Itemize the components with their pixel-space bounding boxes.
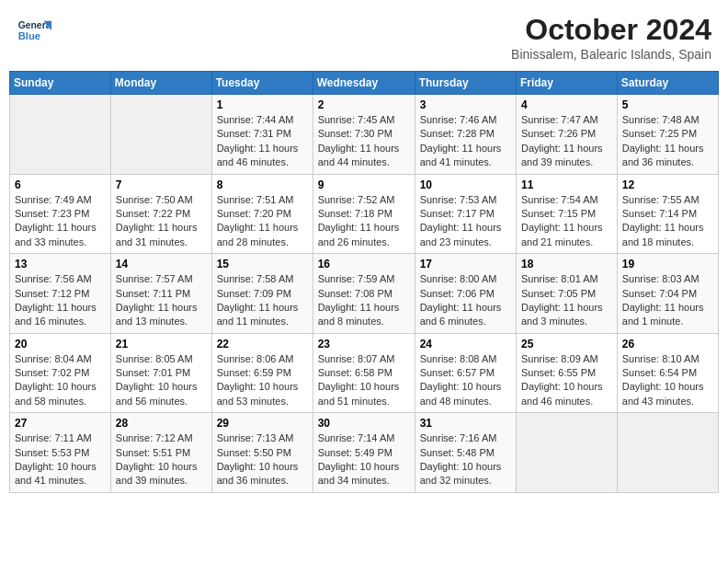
day-details: Sunrise: 7:57 AMSunset: 7:11 PMDaylight:… (116, 272, 207, 329)
day-details: Sunrise: 7:12 AMSunset: 5:51 PMDaylight:… (116, 431, 207, 488)
day-details: Sunrise: 8:06 AMSunset: 6:59 PMDaylight:… (217, 352, 308, 409)
day-details: Sunrise: 8:10 AMSunset: 6:54 PMDaylight:… (622, 352, 713, 409)
day-number: 10 (420, 178, 511, 191)
day-details: Sunrise: 7:54 AMSunset: 7:15 PMDaylight:… (521, 193, 612, 250)
calendar-cell: 1Sunrise: 7:44 AMSunset: 7:31 PMDaylight… (211, 95, 313, 175)
day-details: Sunrise: 7:52 AMSunset: 7:18 PMDaylight:… (318, 193, 410, 250)
calendar-cell: 5Sunrise: 7:48 AMSunset: 7:25 PMDaylight… (617, 95, 718, 175)
day-number: 22 (217, 338, 308, 350)
calendar-cell: 2Sunrise: 7:45 AMSunset: 7:30 PMDaylight… (313, 95, 415, 175)
calendar-cell: 22Sunrise: 8:06 AMSunset: 6:59 PMDayligh… (211, 333, 313, 413)
day-number: 25 (521, 338, 612, 350)
day-number: 1 (217, 98, 308, 111)
day-details: Sunrise: 8:04 AMSunset: 7:02 PMDaylight:… (15, 352, 106, 409)
day-number: 12 (622, 178, 713, 191)
day-details: Sunrise: 7:53 AMSunset: 7:17 PMDaylight:… (420, 193, 511, 250)
calendar-cell: 4Sunrise: 7:47 AMSunset: 7:26 PMDaylight… (516, 95, 617, 175)
day-number: 31 (420, 417, 511, 430)
header-row: SundayMondayTuesdayWednesdayThursdayFrid… (10, 72, 719, 95)
calendar-cell: 28Sunrise: 7:12 AMSunset: 5:51 PMDayligh… (110, 413, 211, 493)
day-number: 15 (217, 258, 308, 270)
day-number: 24 (420, 338, 511, 350)
title-block: October 2024 Binissalem, Balearic Island… (511, 13, 711, 62)
day-number: 13 (15, 258, 106, 270)
month-title: October 2024 (511, 13, 711, 47)
day-details: Sunrise: 7:50 AMSunset: 7:22 PMDaylight:… (116, 193, 207, 250)
header-tuesday: Tuesday (211, 72, 313, 95)
calendar-cell (516, 413, 617, 493)
day-number: 20 (15, 338, 106, 350)
calendar-cell: 7Sunrise: 7:50 AMSunset: 7:22 PMDaylight… (110, 174, 211, 254)
day-number: 28 (116, 417, 207, 430)
header-saturday: Saturday (617, 72, 718, 95)
header-wednesday: Wednesday (313, 72, 415, 95)
day-number: 14 (116, 258, 207, 270)
location-subtitle: Binissalem, Balearic Islands, Spain (511, 47, 711, 62)
calendar-cell (110, 95, 211, 175)
calendar-cell: 6Sunrise: 7:49 AMSunset: 7:23 PMDaylight… (10, 174, 111, 254)
calendar-cell: 21Sunrise: 8:05 AMSunset: 7:01 PMDayligh… (110, 333, 211, 413)
day-details: Sunrise: 7:58 AMSunset: 7:09 PMDaylight:… (217, 272, 308, 329)
day-number: 16 (318, 258, 410, 270)
logo: General Blue (17, 13, 55, 48)
week-row-2: 6Sunrise: 7:49 AMSunset: 7:23 PMDaylight… (10, 174, 719, 254)
svg-text:Blue: Blue (18, 30, 40, 41)
calendar-cell: 27Sunrise: 7:11 AMSunset: 5:53 PMDayligh… (10, 413, 111, 493)
day-details: Sunrise: 8:05 AMSunset: 7:01 PMDaylight:… (116, 352, 207, 409)
day-number: 6 (15, 178, 106, 191)
week-row-1: 1Sunrise: 7:44 AMSunset: 7:31 PMDaylight… (10, 95, 719, 175)
week-row-4: 20Sunrise: 8:04 AMSunset: 7:02 PMDayligh… (10, 333, 719, 413)
day-details: Sunrise: 8:00 AMSunset: 7:06 PMDaylight:… (420, 272, 511, 329)
header-friday: Friday (516, 72, 617, 95)
day-details: Sunrise: 7:16 AMSunset: 5:48 PMDaylight:… (420, 431, 511, 488)
day-number: 7 (116, 178, 207, 191)
day-number: 23 (318, 338, 410, 350)
day-details: Sunrise: 7:51 AMSunset: 7:20 PMDaylight:… (217, 193, 308, 250)
calendar-cell: 13Sunrise: 7:56 AMSunset: 7:12 PMDayligh… (10, 254, 111, 334)
day-details: Sunrise: 7:14 AMSunset: 5:49 PMDaylight:… (318, 431, 410, 488)
calendar-cell (617, 413, 718, 493)
calendar-cell: 31Sunrise: 7:16 AMSunset: 5:48 PMDayligh… (415, 413, 516, 493)
calendar-cell: 30Sunrise: 7:14 AMSunset: 5:49 PMDayligh… (313, 413, 415, 493)
day-number: 9 (318, 178, 410, 191)
calendar-cell: 10Sunrise: 7:53 AMSunset: 7:17 PMDayligh… (415, 174, 516, 254)
calendar-cell: 15Sunrise: 7:58 AMSunset: 7:09 PMDayligh… (211, 254, 313, 334)
day-number: 8 (217, 178, 308, 191)
day-number: 29 (217, 417, 308, 430)
calendar-cell: 9Sunrise: 7:52 AMSunset: 7:18 PMDaylight… (313, 174, 415, 254)
calendar-cell: 20Sunrise: 8:04 AMSunset: 7:02 PMDayligh… (10, 333, 111, 413)
calendar-cell: 17Sunrise: 8:00 AMSunset: 7:06 PMDayligh… (415, 254, 516, 334)
day-details: Sunrise: 7:55 AMSunset: 7:14 PMDaylight:… (622, 193, 713, 250)
day-details: Sunrise: 8:07 AMSunset: 6:58 PMDaylight:… (318, 352, 410, 409)
header-sunday: Sunday (10, 72, 111, 95)
day-details: Sunrise: 7:45 AMSunset: 7:30 PMDaylight:… (318, 113, 410, 170)
day-number: 5 (622, 98, 713, 111)
calendar-cell: 14Sunrise: 7:57 AMSunset: 7:11 PMDayligh… (110, 254, 211, 334)
week-row-3: 13Sunrise: 7:56 AMSunset: 7:12 PMDayligh… (10, 254, 719, 334)
day-number: 21 (116, 338, 207, 350)
day-number: 27 (15, 417, 106, 430)
calendar-cell: 11Sunrise: 7:54 AMSunset: 7:15 PMDayligh… (516, 174, 617, 254)
day-details: Sunrise: 7:47 AMSunset: 7:26 PMDaylight:… (521, 113, 612, 170)
calendar-cell: 29Sunrise: 7:13 AMSunset: 5:50 PMDayligh… (211, 413, 313, 493)
day-details: Sunrise: 7:48 AMSunset: 7:25 PMDaylight:… (622, 113, 713, 170)
day-details: Sunrise: 8:03 AMSunset: 7:04 PMDaylight:… (622, 272, 713, 329)
day-number: 17 (420, 258, 511, 270)
day-number: 4 (521, 98, 612, 111)
page-header: General Blue October 2024 Binissalem, Ba… (9, 9, 719, 65)
day-number: 30 (318, 417, 410, 430)
day-number: 18 (521, 258, 612, 270)
day-details: Sunrise: 7:13 AMSunset: 5:50 PMDaylight:… (217, 431, 308, 488)
calendar-cell: 12Sunrise: 7:55 AMSunset: 7:14 PMDayligh… (617, 174, 718, 254)
day-details: Sunrise: 8:08 AMSunset: 6:57 PMDaylight:… (420, 352, 511, 409)
calendar-cell: 16Sunrise: 7:59 AMSunset: 7:08 PMDayligh… (313, 254, 415, 334)
calendar-cell: 18Sunrise: 8:01 AMSunset: 7:05 PMDayligh… (516, 254, 617, 334)
day-details: Sunrise: 7:44 AMSunset: 7:31 PMDaylight:… (217, 113, 308, 170)
day-number: 26 (622, 338, 713, 350)
day-number: 19 (622, 258, 713, 270)
header-monday: Monday (110, 72, 211, 95)
day-number: 2 (318, 98, 410, 111)
day-details: Sunrise: 8:01 AMSunset: 7:05 PMDaylight:… (521, 272, 612, 329)
day-details: Sunrise: 7:11 AMSunset: 5:53 PMDaylight:… (15, 431, 106, 488)
calendar-cell: 25Sunrise: 8:09 AMSunset: 6:55 PMDayligh… (516, 333, 617, 413)
